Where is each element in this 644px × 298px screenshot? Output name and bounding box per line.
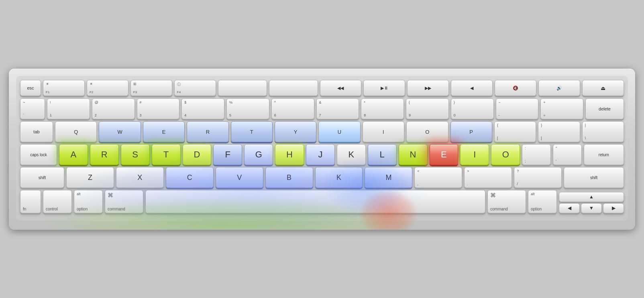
key-period[interactable]: > . — [464, 167, 512, 188]
key-c[interactable]: C — [166, 167, 214, 188]
key-i[interactable]: I — [460, 144, 489, 165]
key-r-mid[interactable]: R — [90, 144, 119, 165]
key-option-left[interactable]: alt option — [74, 190, 103, 213]
key-y[interactable]: Y — [275, 121, 316, 142]
key-r[interactable]: R — [187, 121, 228, 142]
key-caps-lock[interactable]: caps lock — [20, 144, 57, 165]
key-space[interactable] — [145, 190, 485, 213]
key-8[interactable]: * 8 — [361, 98, 404, 119]
key-j[interactable]: J — [306, 144, 335, 165]
key-command-left[interactable]: ⌘ command — [105, 190, 143, 213]
key-h[interactable]: H — [275, 144, 304, 165]
key-top: ? — [517, 169, 519, 173]
key-f6[interactable] — [269, 80, 318, 96]
key-return[interactable]: return — [584, 144, 624, 165]
key-arrow-up[interactable]: ▲ — [559, 192, 624, 202]
key-3[interactable]: # 3 — [137, 98, 180, 119]
key-shift-left[interactable]: shift — [20, 167, 64, 188]
key-arrow-down[interactable]: ▼ — [581, 203, 602, 213]
key-delete[interactable]: delete — [585, 98, 624, 119]
arrow-left-icon: ◀ — [568, 205, 571, 211]
key-x[interactable]: X — [116, 167, 164, 188]
key-2[interactable]: @ 2 — [92, 98, 135, 119]
key-o-mid[interactable]: O — [491, 144, 520, 165]
key-label: Q — [74, 129, 78, 135]
key-semicolon[interactable]: : ; — [522, 144, 551, 165]
key-quote[interactable]: " ' — [553, 144, 582, 165]
key-t-mid[interactable]: T — [152, 144, 181, 165]
key-label: tab — [33, 129, 39, 134]
key-f8[interactable]: ▶⏸ — [363, 80, 405, 96]
key-label: K — [336, 173, 341, 182]
key-control[interactable]: control — [43, 190, 72, 213]
key-w[interactable]: W — [99, 121, 141, 142]
key-f10[interactable]: ◀ — [451, 80, 493, 96]
key-bottom: 8 — [364, 113, 366, 117]
key-top: | — [585, 123, 586, 127]
key-shift-right[interactable]: shift — [564, 167, 624, 188]
key-f7[interactable]: ◀◀ — [320, 80, 362, 96]
key-e-mid[interactable]: E — [430, 144, 459, 165]
key-f9[interactable]: ▶▶ — [407, 80, 449, 96]
arrow-key-group: ▲ ◀ ▼ ▶ — [559, 192, 624, 213]
key-o[interactable]: O — [406, 121, 448, 142]
key-f12[interactable]: 🔊 — [538, 80, 580, 96]
key-arrow-right[interactable]: ▶ — [603, 203, 624, 213]
key-esc[interactable]: esc — [20, 80, 41, 96]
key-fn[interactable]: fn — [20, 190, 41, 213]
key-i[interactable]: I — [363, 121, 404, 142]
key-d[interactable]: D — [183, 144, 212, 165]
key-s[interactable]: S — [121, 144, 150, 165]
key-minus[interactable]: − - — [496, 98, 539, 119]
key-comma[interactable]: < , — [414, 167, 462, 188]
key-q[interactable]: Q — [55, 121, 97, 142]
key-k[interactable]: K — [337, 144, 366, 165]
key-6[interactable]: ^ 6 — [271, 98, 314, 119]
key-9[interactable]: ( 9 — [406, 98, 449, 119]
key-7[interactable]: & 7 — [316, 98, 359, 119]
key-k-bottom[interactable]: K — [315, 167, 363, 188]
key-backslash[interactable]: | \ — [582, 121, 624, 142]
key-e-top[interactable]: E — [143, 121, 185, 142]
key-f1[interactable]: ☀ F1 — [43, 80, 85, 96]
key-arrow-left[interactable]: ◀ — [559, 203, 580, 213]
key-5[interactable]: % 5 — [226, 98, 269, 119]
key-f4[interactable]: ⓘ F4 — [174, 80, 216, 96]
key-bottom: 5 — [229, 113, 231, 117]
key-bracket-left[interactable]: { [ — [494, 121, 536, 142]
key-eject[interactable]: ⏏ — [582, 80, 624, 96]
key-command-right[interactable]: ⌘ command — [487, 190, 526, 213]
key-label: I — [383, 129, 384, 135]
key-option-right[interactable]: alt option — [528, 190, 557, 213]
key-top: " — [556, 146, 557, 150]
key-l[interactable]: L — [368, 144, 397, 165]
key-0[interactable]: ) 0 — [451, 98, 494, 119]
key-f11[interactable]: 🔇 — [495, 80, 536, 96]
key-t[interactable]: T — [231, 121, 273, 142]
key-bottom: / — [517, 182, 518, 186]
key-4[interactable]: $ 4 — [181, 98, 224, 119]
key-1[interactable]: ! 1 — [47, 98, 90, 119]
key-g[interactable]: G — [244, 144, 273, 165]
key-u[interactable]: U — [318, 121, 360, 142]
key-tab[interactable]: tab — [20, 121, 53, 142]
key-bracket-right[interactable]: } ] — [538, 121, 580, 142]
key-f3[interactable]: ⊞ F3 — [130, 80, 172, 96]
key-label: command — [490, 207, 508, 211]
key-v[interactable]: V — [216, 167, 263, 188]
key-tilde[interactable]: ~ ` — [20, 98, 45, 119]
key-m[interactable]: M — [365, 167, 412, 188]
key-bottom: 7 — [319, 113, 321, 117]
key-slash[interactable]: ? / — [514, 167, 562, 188]
key-a[interactable]: A — [59, 144, 88, 165]
key-equals[interactable]: + = — [540, 98, 583, 119]
key-p[interactable]: P — [450, 121, 492, 142]
key-n[interactable]: N — [399, 144, 428, 165]
key-f2[interactable]: ☀ F2 — [87, 80, 128, 96]
key-f-mid[interactable]: F — [213, 144, 242, 165]
key-z[interactable]: Z — [66, 167, 114, 188]
key-f5[interactable] — [218, 80, 267, 96]
function-row: esc ☀ F1 ☀ F2 ⊞ F3 ⓘ F4 ◀◀ — [20, 80, 624, 96]
key-top: : — [525, 146, 526, 150]
key-b[interactable]: B — [265, 167, 313, 188]
